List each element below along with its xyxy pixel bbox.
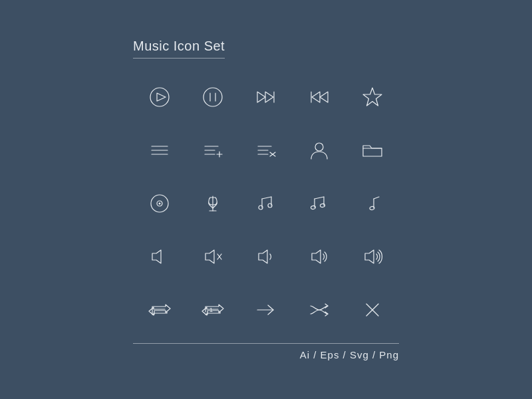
title-underline [133,58,225,59]
star-icon[interactable] [346,70,399,124]
page-title: Music Icon Set [133,39,225,54]
svg-marker-6 [265,92,273,102]
svg-point-41 [320,203,325,207]
svg-point-29 [159,203,161,205]
rewind-icon[interactable] [293,70,346,124]
svg-point-40 [311,205,316,209]
volume-low-icon[interactable] [239,230,293,283]
svg-marker-49 [259,250,267,263]
music-note-double2-icon[interactable] [293,177,346,230]
svg-line-37 [315,197,324,199]
next-arrow-icon[interactable] [239,283,293,336]
svg-point-2 [203,88,222,106]
volume-mid-icon[interactable] [293,230,346,283]
music-note-single-icon[interactable] [346,177,399,230]
repeat-one-icon[interactable]: 1 [186,283,239,336]
svg-line-32 [262,197,271,199]
svg-point-25 [315,143,323,151]
svg-marker-45 [152,250,161,263]
volume-high-icon[interactable] [346,230,399,283]
pause-icon[interactable] [186,70,239,124]
svg-marker-50 [312,250,321,263]
shuffle-icon[interactable] [293,283,346,336]
svg-marker-46 [205,250,214,263]
repeat-icon[interactable] [133,283,186,336]
svg-marker-1 [157,93,166,101]
title-section: Music Icon Set [133,39,225,59]
icon-grid: 1 [133,70,399,336]
svg-text:1: 1 [209,307,213,313]
microphone-icon[interactable] [186,177,239,230]
svg-marker-8 [320,92,328,102]
fast-forward-icon[interactable] [239,70,293,124]
playlist-remove-icon[interactable] [239,124,293,177]
disc-icon[interactable] [133,177,186,230]
footer-formats: Ai / Eps / Svg / Png [300,349,399,360]
svg-point-0 [150,88,169,106]
footer-divider [133,343,399,344]
volume-off-icon[interactable] [133,230,186,283]
playlist-add-icon[interactable] [186,124,239,177]
svg-marker-11 [363,88,382,106]
svg-marker-5 [257,92,265,102]
menu-icon[interactable] [133,124,186,177]
play-icon[interactable] [133,70,186,124]
folder-icon[interactable] [346,124,399,177]
music-note-double-icon[interactable] [239,177,293,230]
svg-line-43 [374,197,379,199]
user-icon[interactable] [293,124,346,177]
close-icon[interactable] [346,283,399,336]
volume-mute-icon[interactable] [186,230,239,283]
svg-marker-9 [312,92,320,102]
svg-marker-51 [365,250,374,263]
